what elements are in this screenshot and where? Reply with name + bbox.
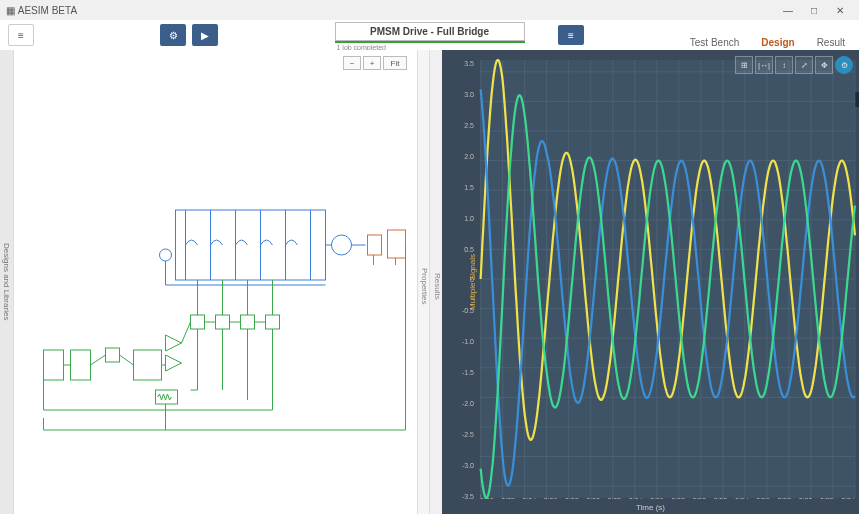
properties-rail[interactable]: Properties (418, 50, 430, 514)
zoom-in-button[interactable]: + (363, 56, 381, 70)
toolbar: ≡ ⚙ ▶ PMSM Drive - Full Bridge 1 job com… (0, 20, 859, 50)
svg-point-7 (160, 249, 172, 261)
chart-expand-button[interactable]: ⤢ (795, 56, 813, 74)
chart-zoom-y-button[interactable]: ↕ (775, 56, 793, 74)
zoom-fit-button[interactable]: Fit (383, 56, 407, 70)
run-button[interactable]: ▶ (192, 24, 218, 46)
close-button[interactable]: ✕ (827, 1, 853, 19)
results-panel: ⊞ |↔| ↕ ⤢ ✥ ⚙ Multiple Signals Time (s) … (442, 50, 859, 514)
zoom-out-button[interactable]: − (343, 56, 361, 70)
layout-mode-button[interactable]: ≡ (558, 25, 584, 45)
maximize-button[interactable]: □ (801, 1, 827, 19)
design-panel[interactable]: − + Fit (14, 50, 418, 514)
app-icon: ▦ (6, 5, 15, 16)
svg-rect-13 (368, 235, 382, 255)
app-title: AESIM BETA (18, 5, 77, 16)
svg-rect-14 (388, 230, 406, 258)
play-icon: ▶ (201, 30, 209, 41)
settings-button[interactable]: ⚙ (160, 24, 186, 46)
svg-rect-26 (44, 410, 406, 418)
svg-rect-24 (266, 315, 280, 329)
svg-point-10 (332, 235, 352, 255)
project-title-box: PMSM Drive - Full Bridge 1 job completed (335, 22, 525, 51)
menu-button[interactable]: ≡ (8, 24, 34, 46)
results-rail[interactable]: Results (430, 50, 442, 514)
chart-pan-button[interactable]: ✥ (815, 56, 833, 74)
titlebar: ▦ AESIM BETA — □ ✕ (0, 0, 859, 20)
gear-icon: ⚙ (169, 30, 178, 41)
svg-rect-0 (176, 210, 326, 280)
project-title[interactable]: PMSM Drive - Full Bridge (335, 22, 525, 41)
zoom-controls: − + Fit (343, 56, 407, 70)
main: Designs and Libraries − + Fit (0, 50, 859, 514)
svg-rect-22 (216, 315, 230, 329)
svg-rect-18 (71, 350, 91, 380)
gear-icon: ⚙ (841, 61, 848, 70)
designs-libraries-rail[interactable]: Designs and Libraries (0, 50, 14, 514)
svg-rect-19 (106, 348, 120, 362)
chart-canvas[interactable] (442, 50, 859, 514)
svg-rect-17 (44, 350, 64, 380)
chart-settings-button[interactable]: ⚙ (835, 56, 853, 74)
schematic-canvas[interactable] (14, 90, 417, 490)
svg-rect-20 (134, 350, 162, 380)
svg-rect-23 (241, 315, 255, 329)
chart-toolbar: ⊞ |↔| ↕ ⤢ ✥ ⚙ (735, 56, 853, 74)
svg-rect-21 (191, 315, 205, 329)
chart-zoom-x-button[interactable]: |↔| (755, 56, 773, 74)
chart-reset-button[interactable]: ⊞ (735, 56, 753, 74)
minimize-button[interactable]: — (775, 1, 801, 19)
